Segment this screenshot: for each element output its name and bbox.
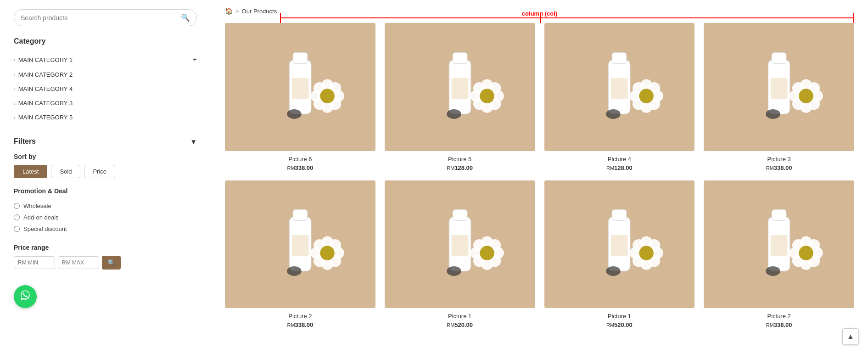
price-currency: RM <box>287 322 295 328</box>
product-card[interactable]: Picture 1 RM520.00 <box>544 180 695 329</box>
chevron-right-icon: › <box>14 86 16 92</box>
product-price: RM520.00 <box>385 321 535 328</box>
price-currency: RM <box>606 322 614 328</box>
svg-rect-2 <box>292 78 309 99</box>
price-amount: 338.00 <box>295 321 314 328</box>
products-grid: Picture 6 RM338.00 Picture 5 <box>225 23 854 328</box>
whatsapp-button[interactable] <box>14 285 37 308</box>
product-name: Picture 5 <box>385 156 535 163</box>
category-item[interactable]: › MAIN CATEGORY 3 <box>14 96 197 110</box>
svg-point-64 <box>287 266 301 276</box>
svg-point-24 <box>480 89 494 103</box>
breadcrumb-current: Our Products <box>242 8 277 15</box>
svg-rect-14 <box>453 53 467 64</box>
category-item-left: › MAIN CATEGORY 3 <box>14 100 73 107</box>
product-name: Picture 2 <box>704 313 854 320</box>
price-currency: RM <box>766 322 774 328</box>
product-name: Picture 1 <box>385 313 535 320</box>
product-card[interactable]: Picture 5 RM128.00 <box>385 23 535 171</box>
svg-rect-1 <box>293 53 307 64</box>
svg-point-89 <box>639 246 654 260</box>
price-amount: 128.00 <box>614 164 633 171</box>
promo-label: Promotion & Deal <box>14 187 197 195</box>
promo-radio[interactable] <box>14 203 20 209</box>
category-item-label: MAIN CATEGORY 2 <box>18 71 73 78</box>
svg-rect-79 <box>612 210 627 221</box>
sort-button-latest[interactable]: Latest <box>14 165 47 178</box>
product-image <box>544 180 695 309</box>
price-range-inputs: 🔍 <box>14 256 197 270</box>
scroll-top-icon: ▲ <box>847 332 854 341</box>
product-price: RM128.00 <box>385 164 535 171</box>
svg-point-51 <box>766 109 780 119</box>
main-content: 🏠 > Our Products column (col) <box>211 0 868 354</box>
category-item-left: › MAIN CATEGORY 4 <box>14 85 73 92</box>
svg-point-90 <box>606 266 621 276</box>
sort-button-price[interactable]: Price <box>84 165 115 178</box>
filters-title: Filters <box>14 137 36 146</box>
breadcrumb-home-icon[interactable]: 🏠 <box>225 7 233 15</box>
svg-point-63 <box>320 246 334 260</box>
promo-option-label: Special discount <box>23 225 67 232</box>
svg-rect-53 <box>293 210 307 221</box>
category-item-label: MAIN CATEGORY 4 <box>18 85 73 92</box>
category-item[interactable]: › MAIN CATEGORY 1 + <box>14 52 197 67</box>
price-min-input[interactable] <box>14 256 55 269</box>
promo-options: Wholesale Add-on deals Special discount <box>14 200 197 235</box>
price-currency: RM <box>606 165 614 171</box>
breadcrumb-separator: > <box>235 8 239 15</box>
svg-rect-15 <box>451 78 468 99</box>
price-amount: 128.00 <box>454 164 473 171</box>
promo-option: Add-on deals <box>14 212 197 223</box>
chevron-right-icon: › <box>14 57 16 62</box>
product-card[interactable]: Picture 4 RM128.00 <box>544 23 695 171</box>
search-button[interactable]: 🔍 <box>181 13 190 22</box>
category-item-label: MAIN CATEGORY 5 <box>18 114 73 121</box>
category-item[interactable]: › MAIN CATEGORY 4 <box>14 82 197 96</box>
svg-rect-80 <box>611 235 628 256</box>
price-search-button[interactable]: 🔍 <box>102 256 121 270</box>
filter-icon: ▼ <box>190 138 197 146</box>
product-name: Picture 4 <box>544 156 695 163</box>
category-item[interactable]: › MAIN CATEGORY 2 <box>14 67 197 82</box>
product-image <box>385 23 535 151</box>
price-currency: RM <box>447 165 454 171</box>
price-amount: 338.00 <box>774 321 792 328</box>
sort-by-label: Sort by <box>14 153 197 160</box>
category-item[interactable]: › MAIN CATEGORY 5 <box>14 110 197 124</box>
price-currency: RM <box>766 165 774 171</box>
price-max-input[interactable] <box>58 256 99 269</box>
svg-rect-66 <box>453 210 467 221</box>
sort-buttons: LatestSoldPrice <box>14 165 197 178</box>
product-name: Picture 6 <box>225 156 375 163</box>
product-price: RM338.00 <box>225 321 375 328</box>
search-bar: 🔍 <box>14 9 197 26</box>
product-card[interactable]: Picture 6 RM338.00 <box>225 23 375 171</box>
svg-point-38 <box>606 109 621 119</box>
product-card[interactable]: Picture 1 RM520.00 <box>385 180 535 329</box>
svg-rect-41 <box>771 78 788 99</box>
whatsapp-icon <box>19 289 31 304</box>
search-input[interactable] <box>21 14 181 22</box>
sort-button-sold[interactable]: Sold <box>51 165 80 178</box>
product-card[interactable]: Picture 2 RM338.00 <box>704 180 854 329</box>
price-amount: 520.00 <box>454 321 473 328</box>
product-price: RM338.00 <box>225 164 375 171</box>
promo-radio[interactable] <box>14 214 20 220</box>
promo-option-label: Add-on deals <box>23 214 59 221</box>
product-image <box>385 180 535 309</box>
breadcrumb: 🏠 > Our Products <box>225 7 854 15</box>
scroll-to-top-button[interactable]: ▲ <box>842 328 859 345</box>
category-item-label: MAIN CATEGORY 3 <box>18 100 73 107</box>
product-card[interactable]: Picture 2 RM338.00 <box>225 180 375 329</box>
promo-radio[interactable] <box>14 226 20 232</box>
plus-icon[interactable]: + <box>193 56 197 64</box>
product-name: Picture 2 <box>225 313 375 320</box>
category-title: Category <box>14 37 197 45</box>
price-currency: RM <box>287 165 295 171</box>
col-line-top <box>280 17 854 18</box>
promo-option: Special discount <box>14 223 197 235</box>
product-card[interactable]: Picture 3 RM338.00 <box>704 23 854 171</box>
promo-option: Wholesale <box>14 200 197 212</box>
svg-point-77 <box>447 266 461 276</box>
